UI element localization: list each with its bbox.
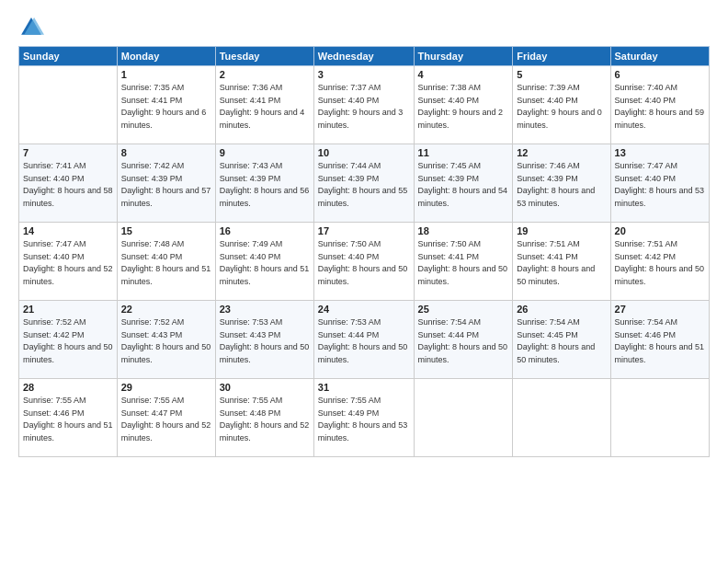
day-number: 14: [23, 225, 113, 236]
calendar-cell: 7Sunrise: 7:41 AM Sunset: 4:40 PM Daylig…: [19, 144, 118, 223]
day-info: Sunrise: 7:50 AM Sunset: 4:40 PM Dayligh…: [318, 238, 410, 288]
day-number: 4: [418, 69, 509, 80]
day-number: 22: [121, 304, 211, 315]
day-info: Sunrise: 7:40 AM Sunset: 4:40 PM Dayligh…: [615, 82, 705, 132]
weekday-header-monday: Monday: [117, 47, 215, 66]
weekday-header-thursday: Thursday: [414, 47, 513, 66]
day-number: 31: [318, 382, 410, 393]
day-number: 29: [121, 382, 211, 393]
day-info: Sunrise: 7:37 AM Sunset: 4:40 PM Dayligh…: [318, 82, 410, 132]
calendar-cell: 15Sunrise: 7:48 AM Sunset: 4:40 PM Dayli…: [117, 223, 215, 301]
day-info: Sunrise: 7:47 AM Sunset: 4:40 PM Dayligh…: [615, 160, 705, 210]
calendar-cell: 13Sunrise: 7:47 AM Sunset: 4:40 PM Dayli…: [610, 144, 709, 223]
weekday-header-sunday: Sunday: [19, 47, 118, 66]
calendar-cell: 25Sunrise: 7:54 AM Sunset: 4:44 PM Dayli…: [414, 301, 513, 379]
calendar-cell: 10Sunrise: 7:44 AM Sunset: 4:39 PM Dayli…: [313, 144, 414, 223]
day-number: 2: [220, 69, 310, 80]
calendar-cell: 28Sunrise: 7:55 AM Sunset: 4:46 PM Dayli…: [19, 379, 118, 457]
calendar-cell: 8Sunrise: 7:42 AM Sunset: 4:39 PM Daylig…: [117, 144, 215, 223]
day-info: Sunrise: 7:43 AM Sunset: 4:39 PM Dayligh…: [220, 160, 310, 210]
calendar-cell: 16Sunrise: 7:49 AM Sunset: 4:40 PM Dayli…: [215, 223, 313, 301]
calendar-cell: 1Sunrise: 7:35 AM Sunset: 4:41 PM Daylig…: [117, 66, 215, 144]
day-info: Sunrise: 7:47 AM Sunset: 4:40 PM Dayligh…: [23, 238, 113, 288]
day-info: Sunrise: 7:53 AM Sunset: 4:43 PM Dayligh…: [220, 316, 310, 366]
calendar-cell: 30Sunrise: 7:55 AM Sunset: 4:48 PM Dayli…: [215, 379, 313, 457]
day-number: 25: [418, 304, 509, 315]
calendar-cell: 23Sunrise: 7:53 AM Sunset: 4:43 PM Dayli…: [215, 301, 313, 379]
weekday-header-wednesday: Wednesday: [313, 47, 414, 66]
day-info: Sunrise: 7:55 AM Sunset: 4:47 PM Dayligh…: [121, 395, 211, 444]
day-number: 1: [121, 69, 211, 80]
day-number: 19: [517, 225, 606, 236]
day-number: 11: [418, 147, 509, 158]
logo: [18, 15, 48, 40]
day-info: Sunrise: 7:51 AM Sunset: 4:41 PM Dayligh…: [517, 238, 606, 288]
day-info: Sunrise: 7:45 AM Sunset: 4:39 PM Dayligh…: [418, 160, 509, 210]
header: [18, 15, 710, 40]
calendar-cell: 19Sunrise: 7:51 AM Sunset: 4:41 PM Dayli…: [513, 223, 610, 301]
day-number: 15: [121, 225, 211, 236]
day-info: Sunrise: 7:53 AM Sunset: 4:44 PM Dayligh…: [318, 316, 410, 366]
day-info: Sunrise: 7:49 AM Sunset: 4:40 PM Dayligh…: [220, 238, 310, 288]
calendar-cell: 11Sunrise: 7:45 AM Sunset: 4:39 PM Dayli…: [414, 144, 513, 223]
calendar-cell: 9Sunrise: 7:43 AM Sunset: 4:39 PM Daylig…: [215, 144, 313, 223]
calendar-cell: 3Sunrise: 7:37 AM Sunset: 4:40 PM Daylig…: [313, 66, 414, 144]
calendar-cell: 29Sunrise: 7:55 AM Sunset: 4:47 PM Dayli…: [117, 379, 215, 457]
calendar-table: SundayMondayTuesdayWednesdayThursdayFrid…: [18, 46, 710, 457]
day-info: Sunrise: 7:52 AM Sunset: 4:43 PM Dayligh…: [121, 316, 211, 366]
calendar-cell: 21Sunrise: 7:52 AM Sunset: 4:42 PM Dayli…: [19, 301, 118, 379]
day-info: Sunrise: 7:55 AM Sunset: 4:48 PM Dayligh…: [220, 395, 310, 444]
day-number: 21: [23, 304, 113, 315]
calendar-cell: 12Sunrise: 7:46 AM Sunset: 4:39 PM Dayli…: [513, 144, 610, 223]
day-info: Sunrise: 7:39 AM Sunset: 4:40 PM Dayligh…: [517, 82, 606, 132]
day-info: Sunrise: 7:54 AM Sunset: 4:44 PM Dayligh…: [418, 316, 509, 366]
day-number: 16: [220, 225, 310, 236]
day-number: 7: [23, 147, 113, 158]
day-info: Sunrise: 7:52 AM Sunset: 4:42 PM Dayligh…: [23, 316, 113, 366]
day-info: Sunrise: 7:51 AM Sunset: 4:42 PM Dayligh…: [615, 238, 705, 288]
calendar-week-row: 7Sunrise: 7:41 AM Sunset: 4:40 PM Daylig…: [19, 144, 710, 223]
calendar-week-row: 21Sunrise: 7:52 AM Sunset: 4:42 PM Dayli…: [19, 301, 710, 379]
day-info: Sunrise: 7:55 AM Sunset: 4:49 PM Dayligh…: [318, 395, 410, 444]
calendar-cell: 4Sunrise: 7:38 AM Sunset: 4:40 PM Daylig…: [414, 66, 513, 144]
day-number: 5: [517, 69, 606, 80]
day-info: Sunrise: 7:41 AM Sunset: 4:40 PM Dayligh…: [23, 160, 113, 210]
day-info: Sunrise: 7:38 AM Sunset: 4:40 PM Dayligh…: [418, 82, 509, 132]
calendar-cell: 26Sunrise: 7:54 AM Sunset: 4:45 PM Dayli…: [513, 301, 610, 379]
day-info: Sunrise: 7:54 AM Sunset: 4:46 PM Dayligh…: [615, 316, 705, 366]
day-number: 13: [615, 147, 705, 158]
weekday-header-tuesday: Tuesday: [215, 47, 313, 66]
logo-icon: [18, 15, 44, 40]
day-number: 30: [220, 382, 310, 393]
calendar-week-row: 28Sunrise: 7:55 AM Sunset: 4:46 PM Dayli…: [19, 379, 710, 457]
day-number: 18: [418, 225, 509, 236]
day-number: 24: [318, 304, 410, 315]
day-number: 3: [318, 69, 410, 80]
calendar-cell: 14Sunrise: 7:47 AM Sunset: 4:40 PM Dayli…: [19, 223, 118, 301]
calendar-cell: 6Sunrise: 7:40 AM Sunset: 4:40 PM Daylig…: [610, 66, 709, 144]
day-number: 6: [615, 69, 705, 80]
day-info: Sunrise: 7:42 AM Sunset: 4:39 PM Dayligh…: [121, 160, 211, 210]
calendar-cell: 31Sunrise: 7:55 AM Sunset: 4:49 PM Dayli…: [313, 379, 414, 457]
day-info: Sunrise: 7:48 AM Sunset: 4:40 PM Dayligh…: [121, 238, 211, 288]
calendar-cell: 2Sunrise: 7:36 AM Sunset: 4:41 PM Daylig…: [215, 66, 313, 144]
calendar-cell: [19, 66, 118, 144]
day-number: 8: [121, 147, 211, 158]
weekday-header-friday: Friday: [513, 47, 610, 66]
day-number: 27: [615, 304, 705, 315]
calendar-week-row: 14Sunrise: 7:47 AM Sunset: 4:40 PM Dayli…: [19, 223, 710, 301]
day-number: 10: [318, 147, 410, 158]
calendar-header-row: SundayMondayTuesdayWednesdayThursdayFrid…: [19, 47, 710, 66]
calendar-cell: 20Sunrise: 7:51 AM Sunset: 4:42 PM Dayli…: [610, 223, 709, 301]
calendar-cell: 27Sunrise: 7:54 AM Sunset: 4:46 PM Dayli…: [610, 301, 709, 379]
day-number: 12: [517, 147, 606, 158]
calendar-cell: 18Sunrise: 7:50 AM Sunset: 4:41 PM Dayli…: [414, 223, 513, 301]
calendar-cell: [513, 379, 610, 457]
calendar-week-row: 1Sunrise: 7:35 AM Sunset: 4:41 PM Daylig…: [19, 66, 710, 144]
weekday-header-saturday: Saturday: [610, 47, 709, 66]
calendar-cell: 17Sunrise: 7:50 AM Sunset: 4:40 PM Dayli…: [313, 223, 414, 301]
day-number: 20: [615, 225, 705, 236]
day-info: Sunrise: 7:46 AM Sunset: 4:39 PM Dayligh…: [517, 160, 606, 210]
day-info: Sunrise: 7:54 AM Sunset: 4:45 PM Dayligh…: [517, 316, 606, 366]
calendar-cell: 5Sunrise: 7:39 AM Sunset: 4:40 PM Daylig…: [513, 66, 610, 144]
